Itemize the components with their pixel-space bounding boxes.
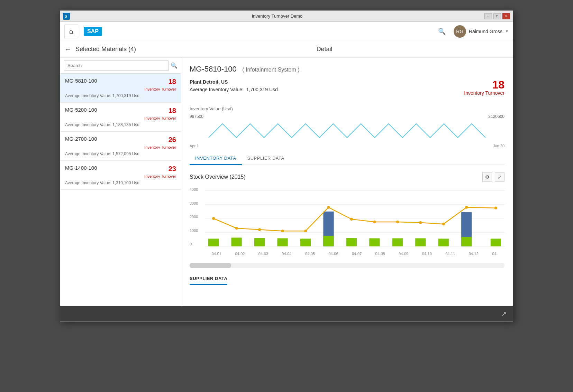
title-bar: S Inventory Turnover Demo ─ □ ✕ — [60, 11, 513, 22]
turnover-info: 18 Inventory Turnover — [449, 79, 504, 96]
minimize-button[interactable]: ─ — [484, 13, 492, 19]
chart-container: 4000 3000 2000 1000 0 — [190, 187, 504, 256]
svg-point-25 — [281, 230, 284, 232]
svg-point-27 — [327, 206, 330, 209]
avatar: RG — [454, 25, 466, 38]
sparkline-min: 997500 — [190, 114, 203, 119]
material-item[interactable]: MG-1400-100 23 Inventory Turnover Averag… — [60, 161, 181, 190]
svg-rect-13 — [323, 236, 334, 246]
sub-nav-bar: ← Selected Materials (4) Detail — [60, 41, 513, 58]
material-item[interactable]: MG-2700-100 26 Inventory Turnover Averag… — [60, 132, 181, 161]
material-avg-value: Average Inventory Value: 1,700,319 Usd — [65, 93, 176, 98]
detail-material-id: MG-5810-100 — [190, 65, 237, 73]
x-label-10: 04-10 — [422, 252, 432, 256]
svg-rect-8 — [231, 237, 242, 246]
close-button[interactable]: ✕ — [502, 13, 510, 19]
y-label-4000: 4000 — [190, 187, 203, 192]
avg-value: 1,700,319 Usd — [246, 87, 278, 92]
stock-overview-section: Stock Overview (2015) ⚙ ⤢ 4000 — [190, 172, 504, 256]
chart-scrollbar[interactable] — [190, 263, 504, 268]
svg-point-26 — [304, 230, 307, 232]
sparkline-area: Inventory Value (Usd) 997500 3120600 Apr… — [190, 102, 504, 152]
expand-button[interactable]: ⤢ — [495, 172, 504, 182]
material-item[interactable]: MG-5810-100 18 Inventory Turnover Averag… — [60, 74, 181, 103]
y-label-1000: 1000 — [190, 228, 203, 233]
svg-rect-18 — [438, 239, 449, 246]
y-label-3000: 3000 — [190, 201, 203, 205]
share-button[interactable]: ↗ — [499, 309, 509, 319]
sparkline-max: 3120600 — [488, 114, 504, 119]
username: Raimund Gross — [469, 29, 502, 34]
material-avg-value: Average Inventory Value: 1,188,135 Usd — [65, 122, 176, 127]
x-label-08: 04-08 — [375, 252, 385, 256]
y-label-0: 0 — [190, 242, 203, 246]
right-panel: MG-5810-100 ( Infotainment System ) Plan… — [181, 58, 513, 306]
material-avg-value: Average Inventory Value: 1,572,095 Usd — [65, 151, 176, 156]
share-icon: ↗ — [501, 310, 507, 318]
nav-bar: ⌂ SAP 🔍 RG Raimund Gross ▼ — [60, 22, 513, 41]
inventory-turnover-label: Inventory Turnover — [144, 145, 176, 149]
svg-rect-15 — [369, 238, 380, 246]
search-button[interactable]: 🔍 — [436, 25, 448, 38]
sparkline-chart — [190, 120, 504, 141]
inventory-value-label: Inventory Value (Usd) — [190, 106, 504, 111]
search-icon: 🔍 — [438, 28, 446, 35]
avg-value-label: Average Inventory Value: — [190, 87, 244, 92]
home-icon: ⌂ — [69, 27, 73, 35]
plant-info: Plant Detroit, US Average Inventory Valu… — [190, 79, 449, 92]
expand-icon: ⤢ — [498, 174, 502, 180]
x-label-07: 04-07 — [352, 252, 362, 256]
home-button[interactable]: ⌂ — [64, 25, 78, 38]
inventory-turnover-label: Inventory Turnover — [144, 174, 176, 178]
svg-point-24 — [258, 228, 261, 231]
material-id: MG-1400-100 — [65, 165, 97, 171]
bar-chart-svg — [205, 187, 504, 250]
material-id: MG-5200-100 — [65, 107, 97, 113]
svg-point-31 — [419, 221, 422, 224]
x-label-12: 04-12 — [469, 252, 479, 256]
back-button[interactable]: ← — [64, 45, 71, 53]
user-menu[interactable]: RG Raimund Gross ▼ — [454, 25, 509, 38]
svg-rect-16 — [392, 238, 403, 246]
x-label-01: 04-01 — [212, 252, 221, 256]
svg-rect-21 — [491, 239, 501, 246]
svg-rect-14 — [346, 238, 357, 246]
svg-point-34 — [494, 207, 497, 209]
gear-button[interactable]: ⚙ — [482, 172, 492, 182]
restore-button[interactable]: □ — [493, 13, 501, 19]
window-controls: ─ □ ✕ — [484, 13, 510, 19]
scrollbar-thumb[interactable] — [190, 263, 231, 268]
sparkline-date-end: Jun 30 — [493, 144, 504, 148]
svg-point-22 — [212, 217, 215, 220]
x-label-02: 04-02 — [235, 252, 245, 256]
x-label-03: 04-03 — [258, 252, 268, 256]
svg-point-32 — [442, 223, 445, 225]
sparkline-date-start: Apr 1 — [190, 144, 199, 148]
supplier-data-title: SUPPLIER DATA — [190, 276, 227, 285]
inventory-turnover-label: Inventory Turnover — [144, 116, 176, 120]
bottom-bar: ↗ — [60, 306, 513, 321]
material-item[interactable]: MG-5200-100 18 Inventory Turnover Averag… — [60, 103, 181, 132]
detail-header: MG-5810-100 ( Infotainment System ) — [190, 65, 504, 74]
sap-logo: SAP — [84, 27, 102, 36]
inventory-turnover-label: Inventory Turnover — [144, 87, 176, 91]
svg-text:S: S — [65, 15, 67, 18]
sparkline-dates: Apr 1 Jun 30 — [190, 144, 504, 148]
x-label-11: 04-11 — [445, 252, 455, 256]
x-label-06: 04-06 — [328, 252, 338, 256]
svg-point-33 — [465, 206, 468, 209]
tab-supplier-data[interactable]: SUPPLIER DATA — [242, 152, 290, 165]
svg-point-23 — [235, 227, 238, 230]
app-window: S Inventory Turnover Demo ─ □ ✕ ⌂ SAP 🔍 … — [60, 10, 513, 321]
plant-avg-value: Average Inventory Value: 1,700,319 Usd — [190, 87, 449, 92]
material-id: MG-5810-100 — [65, 78, 97, 84]
chart-controls: ⚙ ⤢ — [482, 172, 504, 182]
main-content: 🔍 MG-5810-100 18 Inventory Turnover Aver… — [60, 58, 513, 306]
svg-rect-10 — [277, 238, 288, 246]
turnover-number: 26 — [169, 136, 176, 144]
search-input[interactable] — [64, 60, 169, 71]
chevron-down-icon: ▼ — [505, 29, 509, 33]
tab-inventory-data[interactable]: INVENTORY DATA — [190, 152, 242, 165]
chart-header: Stock Overview (2015) ⚙ ⤢ — [190, 172, 504, 182]
search-icon[interactable]: 🔍 — [171, 62, 178, 69]
